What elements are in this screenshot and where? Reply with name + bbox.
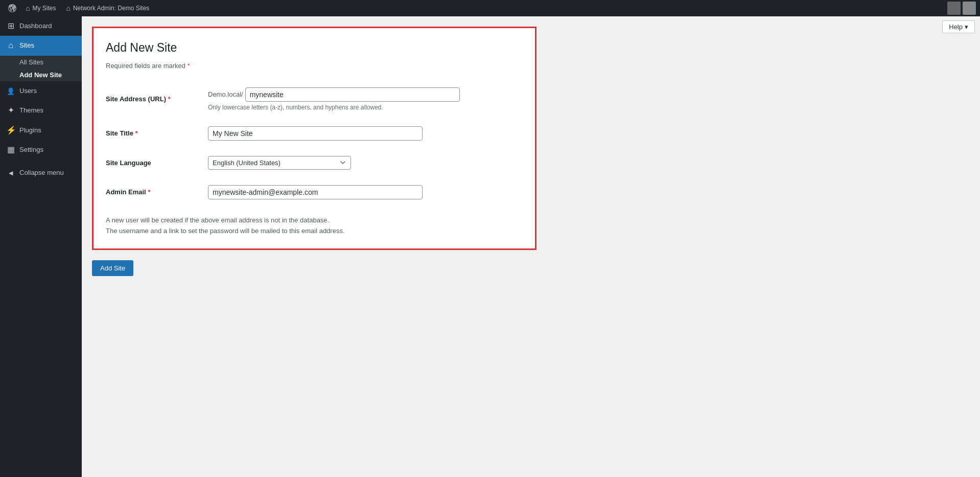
admin-bar-network-admin[interactable]: ⌂ Network Admin: Demo Sites [61,0,154,16]
users-icon [6,85,15,97]
site-address-input[interactable] [245,87,460,102]
url-wrap: Demo.local/ [208,87,523,102]
collapse-menu[interactable]: Collapse menu [0,164,82,181]
layout: Dashboard Sites All Sites Add New Site U… [0,16,980,477]
sidebar-item-plugins[interactable]: Plugins [0,121,82,140]
avatar-2 [963,2,976,15]
avatar-1 [947,2,961,15]
main-content: Add New Site Required fields are marked … [82,16,980,477]
site-title-field-wrap [208,119,523,148]
site-title-input[interactable] [208,126,423,141]
form-card: Add New Site Required fields are marked … [92,27,536,250]
sites-icon [6,40,15,51]
site-address-row: Site Address (URL) * Demo.local/ Only lo… [106,80,523,119]
site-language-label: Site Language [106,148,208,177]
admin-email-field-wrap [208,177,523,207]
add-site-button[interactable]: Add Site [92,260,133,276]
sidebar: Dashboard Sites All Sites Add New Site U… [0,16,82,477]
settings-icon [6,144,15,155]
site-title-row: Site Title * [106,119,523,148]
sidebar-submenu-all-sites[interactable]: All Sites [0,56,82,69]
admin-bar: ⌂ My Sites ⌂ Network Admin: Demo Sites [0,0,980,16]
admin-email-input[interactable] [208,185,423,199]
sidebar-item-settings[interactable]: Settings [0,140,82,160]
sidebar-item-users[interactable]: Users [0,81,82,101]
url-prefix: Demo.local/ [208,90,243,98]
site-title-label: Site Title * [106,119,208,148]
page-title: Add New Site [106,40,523,56]
admin-bar-my-sites[interactable]: ⌂ My Sites [20,0,61,16]
plugins-icon [6,125,15,136]
collapse-icon [6,168,15,177]
admin-bar-right [947,2,976,15]
sidebar-item-sites[interactable]: Sites [0,36,82,55]
themes-icon [6,105,15,116]
site-language-row: Site Language English (United States) En… [106,148,523,177]
site-address-field-wrap: Demo.local/ Only lowercase letters (a-z)… [208,80,523,119]
site-language-select[interactable]: English (United States) English (UK) Spa… [208,156,351,170]
sidebar-item-dashboard[interactable]: Dashboard [0,16,82,36]
form-table: Site Address (URL) * Demo.local/ Only lo… [106,80,523,207]
sidebar-submenu-add-new-site[interactable]: Add New Site [0,69,82,81]
wp-logo[interactable] [4,0,20,16]
sidebar-item-themes[interactable]: Themes [0,101,82,120]
site-language-field-wrap: English (United States) English (UK) Spa… [208,148,523,177]
sites-submenu: All Sites Add New Site [0,56,82,81]
admin-email-row: Admin Email * [106,177,523,207]
form-note: A new user will be created if the above … [106,215,523,237]
help-button[interactable]: Help ▾ [942,20,975,33]
required-star: * [188,62,190,70]
dashboard-icon [6,20,15,32]
help-button-wrap: Help ▾ [942,20,975,33]
site-address-label: Site Address (URL) * [106,80,208,119]
admin-email-label: Admin Email * [106,177,208,207]
url-hint: Only lowercase letters (a-z), numbers, a… [208,104,523,111]
required-note: Required fields are marked * [106,62,523,70]
